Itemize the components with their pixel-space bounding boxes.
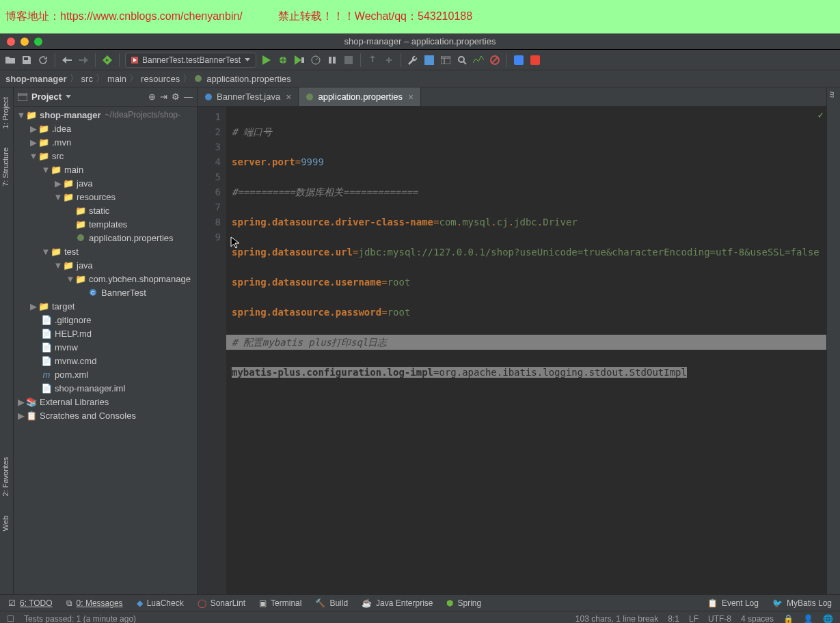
svg-point-10 bbox=[195, 75, 202, 82]
favorites-tool-tab[interactable]: 2: Favorites bbox=[0, 452, 11, 501]
gear-icon[interactable]: ⚙ bbox=[172, 92, 180, 102]
status-encoding[interactable]: UTF-8 bbox=[708, 614, 731, 624]
bottom-mybatislog[interactable]: 🐦 MyBatis Log bbox=[772, 598, 832, 608]
svg-point-16 bbox=[306, 94, 313, 100]
svg-point-12 bbox=[77, 234, 84, 241]
search-icon[interactable] bbox=[456, 54, 468, 66]
bottom-javaee[interactable]: ☕ Java Enterprise bbox=[362, 598, 433, 608]
status-chars: 103 chars, 1 line break bbox=[575, 614, 658, 624]
run-icon[interactable] bbox=[260, 54, 273, 66]
editor-area: BannerTest.java× application.properties×… bbox=[198, 87, 826, 594]
lock-icon[interactable]: 🔒 bbox=[783, 614, 794, 624]
back-icon[interactable] bbox=[61, 54, 73, 66]
block-icon[interactable] bbox=[489, 54, 501, 66]
left-stripe: 1: Project 7: Structure 2: Favorites Web bbox=[0, 87, 14, 594]
editor-tabs: BannerTest.java× application.properties× bbox=[198, 87, 826, 107]
main-area: 1: Project 7: Structure 2: Favorites Web… bbox=[0, 87, 840, 594]
structure-icon[interactable] bbox=[423, 54, 435, 66]
project-tool-tab[interactable]: 1: Project bbox=[0, 92, 11, 134]
main-toolbar: BannerTest.testBannerTest bbox=[0, 50, 840, 70]
collapse-icon[interactable]: ⇥ bbox=[160, 92, 167, 102]
code-content[interactable]: # 端口号 server.port=9999 #==========数据库相关=… bbox=[226, 107, 826, 594]
vcs-update-icon[interactable] bbox=[366, 54, 379, 66]
bottom-sonarlint[interactable]: ◯ SonarLint bbox=[198, 598, 245, 608]
chevron-down-icon[interactable] bbox=[66, 95, 71, 98]
memory-icon[interactable]: 👤 bbox=[803, 614, 813, 624]
wrench-icon[interactable] bbox=[407, 54, 419, 66]
refresh-icon[interactable] bbox=[37, 54, 49, 66]
save-icon[interactable] bbox=[21, 54, 33, 66]
chrome-icon[interactable]: 🌐 bbox=[823, 614, 833, 624]
debug-icon[interactable] bbox=[277, 54, 289, 66]
web-tool-tab[interactable]: Web bbox=[0, 510, 11, 536]
run-configuration-selector[interactable]: BannerTest.testBannerTest bbox=[125, 53, 256, 68]
bottom-terminal[interactable]: ▣ Terminal bbox=[259, 598, 301, 608]
svg-point-6 bbox=[459, 57, 464, 62]
project-tree[interactable]: ▼📁shop-manager~/IdeaProjects/shop- ▶📁.id… bbox=[14, 107, 197, 594]
bottom-todo[interactable]: ☑ 6: TODO bbox=[8, 598, 53, 608]
tab-bannertest[interactable]: BannerTest.java× bbox=[198, 87, 299, 106]
close-icon[interactable]: × bbox=[286, 92, 291, 102]
bottom-build[interactable]: 🔨 Build bbox=[315, 598, 348, 608]
svg-rect-9 bbox=[530, 55, 540, 65]
show-tips-icon[interactable]: ☐ bbox=[7, 614, 14, 624]
svg-point-15 bbox=[205, 94, 212, 100]
structure-tool-tab[interactable]: 7: Structure bbox=[0, 142, 11, 192]
tab-applicationproperties[interactable]: application.properties× bbox=[299, 87, 421, 106]
svg-text:C: C bbox=[91, 290, 95, 296]
bottom-spring[interactable]: ⬢ Spring bbox=[446, 598, 481, 608]
bottom-luacheck[interactable]: ◆ LuaCheck bbox=[137, 598, 184, 608]
profile-icon[interactable] bbox=[310, 54, 322, 66]
status-indent[interactable]: 4 spaces bbox=[741, 614, 774, 624]
crumb-main[interactable]: main bbox=[107, 74, 126, 84]
bottom-toolbar: ☑ 6: TODO ⧉ 0: Messages ◆ LuaCheck ◯ Son… bbox=[0, 594, 840, 611]
breadcrumb: shop-manager〉 src〉 main〉 resources〉 appl… bbox=[0, 70, 840, 87]
svg-rect-4 bbox=[424, 55, 434, 65]
ide-window: shop-manager – application.properties Ba… bbox=[0, 33, 840, 623]
target-icon[interactable]: ⊕ bbox=[148, 92, 156, 102]
window-title: shop-manager – application.properties bbox=[344, 36, 496, 46]
close-icon[interactable]: × bbox=[408, 92, 414, 102]
graph-icon[interactable] bbox=[472, 54, 485, 66]
panel-title: Project bbox=[31, 92, 62, 102]
layout-icon[interactable] bbox=[439, 54, 452, 66]
window-controls bbox=[0, 38, 42, 46]
svg-rect-8 bbox=[514, 55, 524, 65]
project-panel-header: Project ⊕ ⇥ ⚙ — bbox=[14, 87, 197, 107]
watermark-banner: 博客地址：https://www.cnblogs.com/chenyanbin/… bbox=[0, 0, 840, 33]
bottom-eventlog[interactable]: 📋 Event Log bbox=[707, 598, 759, 608]
bottom-messages[interactable]: ⧉ 0: Messages bbox=[66, 598, 123, 608]
crumb-src[interactable]: src bbox=[81, 74, 93, 84]
status-position[interactable]: 8:1 bbox=[668, 614, 679, 624]
titlebar: shop-manager – application.properties bbox=[0, 33, 840, 50]
mouse-cursor bbox=[230, 206, 299, 280]
translate-icon[interactable] bbox=[513, 54, 525, 66]
project-icon bbox=[18, 93, 27, 101]
svg-rect-1 bbox=[301, 57, 304, 63]
inspection-ok-icon[interactable]: ✓ bbox=[818, 109, 824, 120]
svg-rect-3 bbox=[344, 56, 353, 64]
status-tests: Tests passed: 1 (a minute ago) bbox=[24, 614, 136, 624]
coverage-icon[interactable] bbox=[293, 54, 306, 66]
crumb-resources[interactable]: resources bbox=[141, 74, 180, 84]
close-window-button[interactable] bbox=[7, 38, 15, 46]
svg-rect-11 bbox=[18, 93, 27, 101]
minimize-window-button[interactable] bbox=[21, 38, 29, 46]
open-icon[interactable] bbox=[4, 54, 16, 66]
forward-icon[interactable] bbox=[77, 54, 90, 66]
crumb-root[interactable]: shop-manager bbox=[5, 74, 67, 84]
hide-icon[interactable]: — bbox=[184, 92, 193, 102]
hotswap-icon[interactable] bbox=[326, 54, 338, 66]
stop-icon[interactable] bbox=[342, 54, 355, 66]
status-lineending[interactable]: LF bbox=[689, 614, 699, 624]
build-icon[interactable] bbox=[101, 54, 113, 66]
status-bar: ☐ Tests passed: 1 (a minute ago) 103 cha… bbox=[0, 611, 840, 623]
svg-rect-5 bbox=[441, 56, 450, 64]
line-gutter: 123456789 bbox=[198, 107, 226, 594]
crumb-file[interactable]: application.properties bbox=[194, 74, 291, 84]
project-panel: Project ⊕ ⇥ ⚙ — ▼📁shop-manager~/IdeaProj… bbox=[14, 87, 198, 594]
code-editor[interactable]: 123456789 # 端口号 server.port=9999 #======… bbox=[198, 107, 826, 594]
translate2-icon[interactable] bbox=[529, 54, 541, 66]
vcs-commit-icon[interactable] bbox=[383, 54, 395, 66]
zoom-window-button[interactable] bbox=[34, 38, 42, 46]
